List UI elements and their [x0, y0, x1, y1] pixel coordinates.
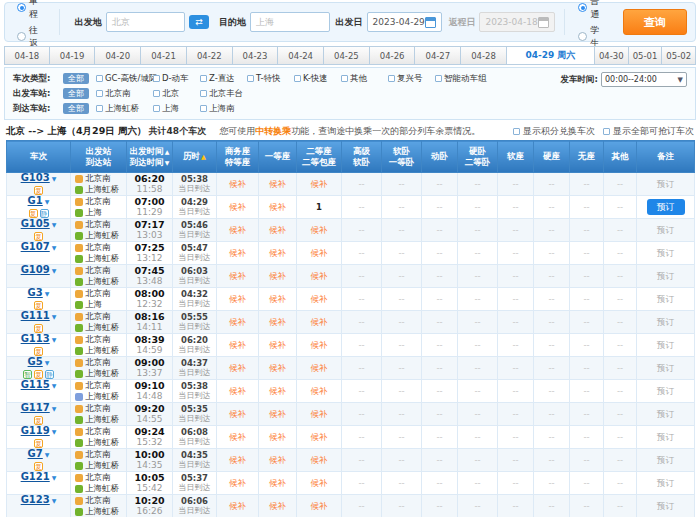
chevron-down-icon[interactable]: ▼ — [52, 428, 57, 435]
column-header[interactable]: 历时▲ — [173, 141, 217, 173]
checkbox-icon[interactable] — [153, 105, 160, 112]
waitlist-link[interactable]: 候补 — [311, 225, 328, 235]
seat-availability-cell[interactable]: 候补 — [297, 426, 342, 449]
waitlist-link[interactable]: 候补 — [229, 179, 246, 189]
filter-option[interactable]: 其他 — [341, 73, 388, 85]
radio-off-icon[interactable] — [578, 32, 587, 41]
filter-option[interactable]: 北京丰台 — [200, 88, 247, 100]
filter-option[interactable]: D-动车 — [153, 73, 200, 85]
waitlist-link[interactable]: 候补 — [311, 271, 328, 281]
train-number-link[interactable]: G111 — [21, 310, 50, 321]
filter-option[interactable]: K-快速 — [294, 73, 341, 85]
waitlist-link[interactable]: 候补 — [269, 225, 286, 235]
seat-availability-cell[interactable]: 候补 — [259, 265, 297, 288]
checkbox-icon[interactable] — [96, 105, 103, 112]
filter-option[interactable]: GC-高铁/城际 — [96, 73, 153, 85]
date-tab-04-30[interactable]: 04-30 — [595, 46, 629, 65]
column-header[interactable]: 动卧 — [422, 141, 458, 173]
checkbox-icon[interactable] — [247, 75, 254, 82]
checkbox-icon[interactable] — [513, 128, 520, 135]
checkbox-icon[interactable] — [388, 75, 395, 82]
seat-availability-cell[interactable]: 候补 — [259, 495, 297, 517]
checkbox-icon[interactable] — [200, 105, 207, 112]
waitlist-link[interactable]: 候补 — [229, 202, 246, 212]
filter-option[interactable]: 北京南 — [96, 88, 153, 100]
seat-availability-cell[interactable]: 候补 — [297, 265, 342, 288]
waitlist-link[interactable]: 候补 — [229, 455, 246, 465]
chevron-down-icon[interactable]: ▼ — [52, 175, 57, 182]
column-header[interactable]: 硬卧二等卧 — [458, 141, 498, 173]
train-number-link[interactable]: G105 — [21, 218, 50, 229]
waitlist-link[interactable]: 候补 — [229, 225, 246, 235]
filter-option[interactable]: Z-直达 — [200, 73, 247, 85]
filter-all-button[interactable]: 全部 — [63, 88, 89, 99]
waitlist-link[interactable]: 候补 — [229, 432, 246, 442]
waitlist-link[interactable]: 候补 — [311, 294, 328, 304]
seat-availability-cell[interactable]: 候补 — [297, 242, 342, 265]
waitlist-link[interactable]: 候补 — [229, 248, 246, 258]
chevron-down-icon[interactable]: ▼ — [52, 474, 57, 481]
waitlist-link[interactable]: 候补 — [269, 432, 286, 442]
waitlist-link[interactable]: 候补 — [269, 386, 286, 396]
train-number-link[interactable]: G107 — [21, 241, 50, 252]
column-header[interactable]: 出发站到达站 — [71, 141, 127, 173]
waitlist-link[interactable]: 候补 — [311, 501, 328, 511]
chevron-down-icon[interactable]: ▼ — [52, 244, 57, 251]
waitlist-link[interactable]: 候补 — [311, 409, 328, 419]
filter-all-button[interactable]: 全部 — [63, 73, 89, 84]
checkbox-icon[interactable] — [96, 90, 103, 97]
date-tab-04-22[interactable]: 04-22 — [187, 46, 233, 65]
train-number-link[interactable]: G115 — [21, 379, 50, 390]
column-header[interactable]: 软卧一等卧 — [382, 141, 422, 173]
date-tab-04-24[interactable]: 04-24 — [278, 46, 324, 65]
seat-availability-cell[interactable]: 候补 — [259, 334, 297, 357]
seat-availability-cell[interactable]: 候补 — [297, 449, 342, 472]
filter-option[interactable]: 智能动车组 — [435, 73, 482, 85]
sort-icon[interactable]: ▲ — [165, 148, 170, 155]
seat-availability-cell[interactable]: 候补 — [217, 196, 259, 219]
seat-availability-cell[interactable]: 候补 — [217, 380, 259, 403]
seat-availability-cell[interactable]: 候补 — [217, 265, 259, 288]
waitlist-link[interactable]: 候补 — [269, 501, 286, 511]
date-tab-04-28[interactable]: 04-28 — [461, 46, 507, 65]
seat-availability-cell[interactable]: 候补 — [217, 403, 259, 426]
chevron-down-icon[interactable]: ▼ — [45, 451, 50, 458]
transfer-link[interactable]: 中转换乘 — [255, 126, 291, 136]
waitlist-link[interactable]: 候补 — [269, 202, 286, 212]
waitlist-link[interactable]: 候补 — [269, 271, 286, 281]
seat-availability-cell[interactable]: 候补 — [297, 334, 342, 357]
radio-normal[interactable]: 普通 — [578, 0, 605, 21]
waitlist-link[interactable]: 候补 — [229, 317, 246, 327]
swap-stations-icon[interactable]: ⇄ — [189, 15, 209, 29]
seat-availability-cell[interactable]: 候补 — [217, 311, 259, 334]
waitlist-link[interactable]: 候补 — [311, 363, 328, 373]
column-header[interactable]: 其他 — [604, 141, 637, 173]
column-header[interactable]: 无座 — [570, 141, 604, 173]
seat-availability-cell[interactable]: 候补 — [217, 357, 259, 380]
checkbox-icon[interactable] — [341, 75, 348, 82]
checkbox-icon[interactable] — [200, 90, 207, 97]
chevron-down-icon[interactable]: ▼ — [52, 382, 57, 389]
waitlist-link[interactable]: 候补 — [311, 432, 328, 442]
date-tab-05-01[interactable]: 05-01 — [629, 46, 663, 65]
seat-availability-cell[interactable]: 候补 — [259, 357, 297, 380]
seat-availability-cell[interactable]: 候补 — [259, 196, 297, 219]
seat-availability-cell[interactable]: 候补 — [259, 472, 297, 495]
sort-icon[interactable]: ▼ — [165, 159, 170, 166]
chevron-down-icon[interactable]: ▼ — [52, 497, 57, 504]
seat-availability-cell[interactable]: 候补 — [297, 288, 342, 311]
checkbox-icon[interactable] — [153, 90, 160, 97]
waitlist-link[interactable]: 候补 — [311, 248, 328, 258]
filter-option[interactable]: 上海南 — [200, 103, 247, 115]
chevron-down-icon[interactable]: ▼ — [52, 221, 57, 228]
train-number-link[interactable]: G121 — [21, 471, 50, 482]
waitlist-link[interactable]: 候补 — [269, 455, 286, 465]
radio-on-icon[interactable] — [17, 3, 26, 12]
chevron-down-icon[interactable]: ▼ — [52, 405, 57, 412]
column-header[interactable]: 出发时间▲到达时间▼ — [127, 141, 173, 173]
seat-availability-cell[interactable]: 候补 — [297, 311, 342, 334]
checkbox-icon[interactable] — [294, 75, 301, 82]
train-number-link[interactable]: G103 — [21, 172, 50, 183]
train-number-link[interactable]: G5 — [28, 356, 43, 367]
seat-availability-cell[interactable]: 候补 — [259, 449, 297, 472]
